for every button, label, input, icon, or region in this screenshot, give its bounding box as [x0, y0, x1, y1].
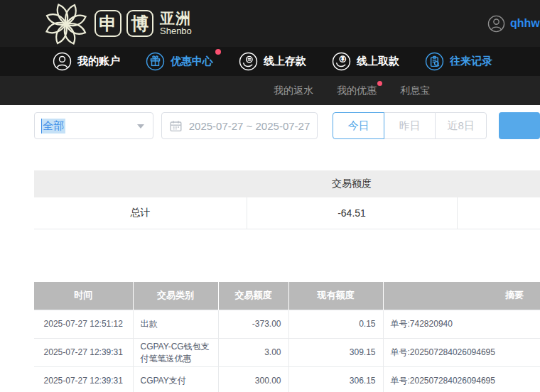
search-button[interactable]: [499, 112, 540, 139]
summary-header-row: 交易额度: [34, 170, 540, 197]
last-8-days-button[interactable]: 近8日: [435, 112, 487, 139]
calendar-icon: [169, 119, 183, 133]
logo-char-box-2: 博: [126, 10, 153, 37]
nav-item-my-account[interactable]: 我的账户: [53, 52, 120, 71]
cell-time: 2025-07-27 12:39:31: [34, 367, 133, 392]
nav-label: 线上取款: [357, 55, 399, 68]
summary-total-empty: [457, 197, 540, 229]
username[interactable]: qhhw: [510, 17, 540, 30]
subnav-item-my-promos[interactable]: 我的优惠: [337, 85, 377, 97]
cell-memo: 单号:202507284026094695: [383, 367, 540, 392]
logo-subtitle: Shenbo: [160, 26, 192, 36]
type-select[interactable]: 全部: [34, 112, 153, 139]
type-select-value: 全部: [41, 119, 65, 134]
gift-icon: [146, 52, 165, 71]
transactions-table: 时间 交易类别 交易额度 现有额度 摘要 2025-07-27 12:51:12…: [34, 282, 540, 392]
cell-time: 2025-07-27 12:39:31: [34, 339, 133, 367]
records-icon: [425, 52, 444, 71]
cell-time: 2025-07-27 12:51:12: [34, 310, 133, 339]
col-header-balance: 现有额度: [288, 282, 383, 310]
main-nav: 我的账户 优惠中心 线上存款: [0, 47, 540, 76]
main-content: 全部 2025-07-27 ~ 2025-07-27 今日 昨日 近8日: [0, 105, 540, 392]
subnav-label: 利息宝: [400, 85, 430, 96]
notification-dot: [377, 81, 382, 86]
avatar-icon: [487, 15, 505, 33]
caret-down-icon: [137, 124, 144, 129]
cell-amount: 3.00: [218, 339, 288, 367]
user-icon: [53, 52, 72, 71]
subnav-item-rebate[interactable]: 我的返水: [274, 85, 313, 97]
date-range-input[interactable]: 2025-07-27 ~ 2025-07-27: [161, 112, 318, 139]
summary-header-empty: [457, 170, 540, 197]
cell-type: CGPAY-CG钱包支付笔笔送优惠: [133, 339, 218, 367]
flower-logo-icon: [43, 2, 90, 45]
nav-item-deposit[interactable]: 线上存款: [239, 52, 306, 71]
summary-total-value: -64.51: [247, 197, 457, 229]
deposit-icon: [239, 52, 258, 71]
col-header-amount: 交易额度: [218, 282, 288, 310]
cell-amount: -373.00: [218, 310, 288, 339]
page: 申 博 亚洲 Shenbo qhhw 我的账户: [0, 0, 540, 392]
brand-logo[interactable]: 申 博 亚洲 Shenbo: [43, 2, 192, 45]
filter-bar: 全部 2025-07-27 ~ 2025-07-27 今日 昨日 近8日: [34, 112, 540, 139]
quick-range-group: 今日 昨日 近8日: [333, 112, 487, 139]
nav-label: 线上存款: [264, 55, 306, 68]
cell-balance: 0.15: [288, 310, 383, 339]
col-header-memo: 摘要: [383, 282, 540, 310]
notification-dot: [215, 49, 221, 55]
subnav-item-interest[interactable]: 利息宝: [400, 85, 430, 97]
logo-region: 亚洲: [160, 11, 192, 26]
summary-header-empty: [34, 170, 247, 197]
cell-type: CGPAY支付: [133, 367, 218, 392]
col-header-time: 时间: [34, 282, 133, 310]
today-button[interactable]: 今日: [333, 112, 384, 139]
nav-label: 我的账户: [77, 55, 120, 68]
nav-item-transaction-records[interactable]: 往来记录: [425, 52, 492, 71]
cell-memo: 单号:742820940: [383, 310, 540, 339]
header-user[interactable]: qhhw: [487, 0, 540, 47]
svg-text:$: $: [341, 56, 344, 62]
table-row: 2025-07-27 12:51:12 出款 -373.00 0.15 单号:7…: [34, 310, 540, 339]
nav-label: 往来记录: [450, 55, 492, 68]
subnav-label: 我的优惠: [337, 85, 377, 96]
nav-item-withdraw[interactable]: $ 线上取款: [332, 52, 399, 71]
col-header-type: 交易类别: [133, 282, 218, 310]
cell-balance: 309.15: [288, 339, 383, 367]
cell-amount: 300.00: [218, 367, 288, 392]
yesterday-button[interactable]: 昨日: [384, 112, 436, 139]
top-header: 申 博 亚洲 Shenbo qhhw: [0, 0, 540, 47]
subnav-label: 我的返水: [274, 85, 313, 96]
date-range-value: 2025-07-27 ~ 2025-07-27: [189, 120, 310, 132]
logo-char-1: 申: [99, 12, 117, 36]
summary-header-amount: 交易额度: [247, 170, 457, 197]
summary-table: 交易额度 总计 -64.51: [34, 170, 540, 229]
summary-total-label: 总计: [34, 197, 247, 229]
table-row: 2025-07-27 12:39:31 CGPAY支付 300.00 306.1…: [34, 367, 540, 392]
withdraw-icon: $: [332, 52, 351, 71]
logo-char-box-1: 申: [94, 10, 122, 37]
nav-item-promotions[interactable]: 优惠中心: [146, 52, 213, 71]
sub-nav: 我的返水 我的优惠 利息宝: [0, 76, 540, 105]
logo-char-2: 博: [131, 12, 149, 36]
cell-memo: 单号:202507284026094695: [383, 339, 540, 367]
cell-balance: 306.15: [288, 367, 383, 392]
cell-type: 出款: [133, 310, 218, 339]
logo-text-block: 亚洲 Shenbo: [160, 11, 192, 36]
nav-label: 优惠中心: [171, 55, 213, 68]
table-row: 2025-07-27 12:39:31 CGPAY-CG钱包支付笔笔送优惠 3.…: [34, 339, 540, 367]
transactions-header-row: 时间 交易类别 交易额度 现有额度 摘要: [34, 282, 540, 310]
summary-total-row: 总计 -64.51: [34, 197, 540, 229]
